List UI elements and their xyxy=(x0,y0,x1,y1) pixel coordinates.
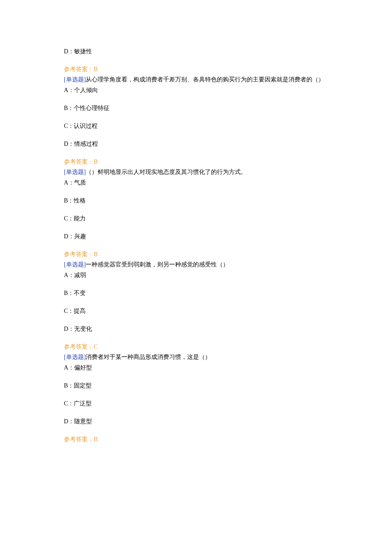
option: D：情感过程 xyxy=(64,139,328,148)
option: C：广泛型 xyxy=(64,399,328,408)
answer-label: 参考答案： xyxy=(64,66,94,72)
answer-value: B xyxy=(94,436,98,442)
option: D：无变化 xyxy=(64,324,328,333)
question-text: 消费者对于某一种商品形成消费习惯，这是（） xyxy=(86,354,211,360)
question-tag: [单选题] xyxy=(64,354,86,360)
option: D：敏捷性 xyxy=(64,47,328,56)
question-tag: [单选题] xyxy=(64,76,86,83)
question-line: [单选题]从心理学角度看，构成消费者千差万别、各具特色的购买行为的主要因素就是消… xyxy=(64,75,328,84)
option: A：偏好型 xyxy=(64,363,328,372)
answer-label: 参考答案： xyxy=(64,159,94,165)
question-line: [单选题]（）鲜明地显示出人对现实地态度及其习惯化了的行为方式。 xyxy=(64,168,328,176)
answer-label: 参考答案： xyxy=(64,344,94,350)
answer-line: 参考答案：B xyxy=(64,250,328,259)
option: B：个性心理特征 xyxy=(64,104,328,113)
option: D：随意型 xyxy=(64,417,328,426)
question-text: 从心理学角度看，构成消费者千差万别、各具特色的购买行为的主要因素就是消费者的（） xyxy=(86,76,324,83)
answer-value: B xyxy=(94,159,98,165)
answer-value: C xyxy=(94,344,98,350)
option: D：兴趣 xyxy=(64,232,328,241)
question-tag: [单选题] xyxy=(64,261,86,268)
answer-line: 参考答案：B xyxy=(64,65,328,74)
option: A：减弱 xyxy=(64,271,328,280)
answer-value: B xyxy=(94,251,98,257)
answer-label: 参考答案： xyxy=(64,436,94,442)
question-text: 一种感觉器官受到弱刺激，则另一种感觉的感受性（） xyxy=(86,261,229,268)
option: C：能力 xyxy=(64,214,328,223)
option: A：气质 xyxy=(64,178,328,187)
answer-line: 参考答案：B xyxy=(64,435,328,444)
question-tag: [单选题] xyxy=(64,169,86,175)
answer-label: 参考答案： xyxy=(64,251,94,257)
option: B：不变 xyxy=(64,289,328,298)
option: B：性格 xyxy=(64,196,328,205)
option: C：提高 xyxy=(64,306,328,315)
answer-line: 参考答案：B xyxy=(64,157,328,166)
answer-line: 参考答案：C xyxy=(64,342,328,351)
answer-value: B xyxy=(94,66,98,72)
question-line: [单选题]消费者对于某一种商品形成消费习惯，这是（） xyxy=(64,353,328,361)
option: A：个人倾向 xyxy=(64,86,328,95)
question-line: [单选题]一种感觉器官受到弱刺激，则另一种感觉的感受性（） xyxy=(64,260,328,269)
option: C：认识过程 xyxy=(64,121,328,130)
option: B：固定型 xyxy=(64,381,328,390)
question-text: （）鲜明地显示出人对现实地态度及其习惯化了的行为方式。 xyxy=(86,169,247,175)
